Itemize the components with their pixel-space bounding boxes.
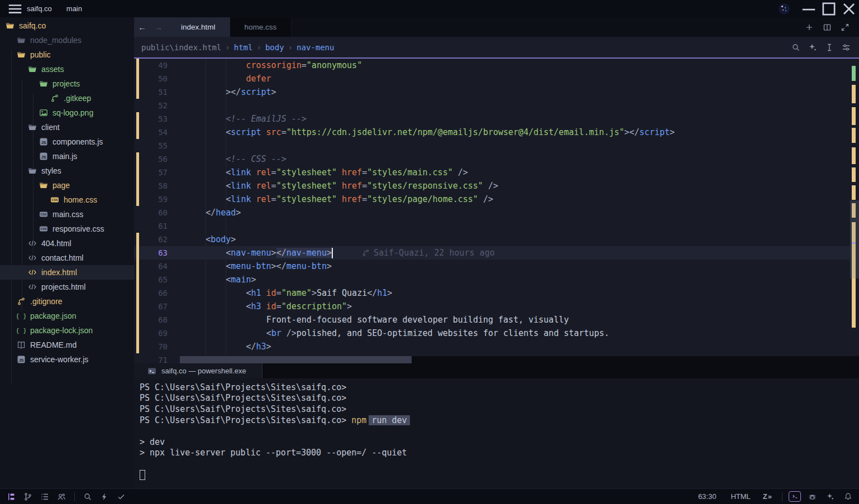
code-line-55[interactable]: 55 bbox=[134, 139, 850, 152]
code-line-50[interactable]: 50defer bbox=[134, 72, 850, 85]
accounts-icon[interactable] bbox=[55, 491, 68, 503]
file-item-saifq.co[interactable]: saifq.co bbox=[0, 18, 134, 33]
code-editor[interactable]: 49crossorigin="anonymous"50defer51></scr… bbox=[134, 57, 859, 363]
file-item-sq-logo.png[interactable]: sq-logo.png bbox=[0, 105, 134, 120]
code-line-57[interactable]: 57<link rel="stylesheet" href="styles/ma… bbox=[134, 166, 850, 179]
zap-icon[interactable] bbox=[98, 491, 111, 503]
file-item-service-worker.js[interactable]: JSservice-worker.js bbox=[0, 352, 134, 367]
find-icon[interactable] bbox=[790, 43, 801, 52]
code-line-53[interactable]: 53<!-- EmailJS --> bbox=[134, 112, 850, 126]
search-icon[interactable] bbox=[81, 491, 94, 503]
file-item-home.css[interactable]: CSShome.css bbox=[0, 193, 134, 207]
css-icon: CSS bbox=[39, 210, 48, 219]
code-line-67[interactable]: 67<h3 id="description"> bbox=[134, 300, 850, 313]
sparkle-icon[interactable] bbox=[806, 43, 818, 52]
file-item-main.css[interactable]: CSSmain.css bbox=[0, 207, 134, 222]
terminal-output[interactable]: PS C:\Users\Saif\Projects\Sites\saifq.co… bbox=[134, 378, 859, 488]
file-item-package-lock.json[interactable]: { }package-lock.json bbox=[0, 323, 134, 338]
file-label: contact.html bbox=[41, 253, 83, 262]
file-item-README.md[interactable]: README.md bbox=[0, 338, 134, 352]
file-item-assets[interactable]: assets bbox=[0, 62, 134, 76]
code-line-66[interactable]: 66<h1 id="name">Saif Quazi</h1> bbox=[134, 286, 850, 300]
code-line-54[interactable]: 54<script src="https://cdn.jsdelivr.net/… bbox=[134, 126, 850, 139]
code-line-69[interactable]: 69<br />polished, and SEO-optimized webs… bbox=[134, 327, 850, 340]
file-item-components.js[interactable]: JScomponents.js bbox=[0, 135, 134, 149]
explorer-tree-icon[interactable] bbox=[4, 491, 18, 503]
code-line-61[interactable]: 61 bbox=[134, 219, 850, 233]
file-item-client[interactable]: client bbox=[0, 120, 134, 135]
menu-hamburger-icon[interactable] bbox=[7, 1, 23, 17]
cursor-ibeam-icon[interactable] bbox=[823, 43, 835, 52]
z-extension-icon[interactable]: Z» bbox=[763, 492, 772, 501]
file-item-page[interactable]: page bbox=[0, 178, 134, 193]
file-item-node_modules[interactable]: node_modules bbox=[0, 33, 134, 47]
file-item-styles[interactable]: styles bbox=[0, 164, 134, 178]
titlebar-project[interactable]: saifq.co bbox=[27, 4, 52, 13]
file-item-package.json[interactable]: { }package.json bbox=[0, 309, 134, 323]
terminal-tab[interactable]: saifq.co — powershell.exe bbox=[134, 363, 263, 378]
close-button[interactable] bbox=[839, 0, 859, 17]
minimize-button[interactable] bbox=[799, 0, 819, 17]
expand-icon[interactable] bbox=[839, 23, 851, 32]
line-number: 65 bbox=[134, 275, 168, 284]
code-line-62[interactable]: 62<body> bbox=[134, 233, 850, 246]
code-line-58[interactable]: 58<link rel="stylesheet" href="styles/re… bbox=[134, 179, 850, 193]
code-line-49[interactable]: 49crossorigin="anonymous" bbox=[134, 59, 850, 72]
horizontal-scrollbar[interactable] bbox=[180, 356, 859, 363]
maximize-button[interactable] bbox=[819, 0, 839, 17]
nav-forward-icon[interactable]: → bbox=[154, 22, 163, 32]
new-tab-icon[interactable] bbox=[803, 23, 815, 32]
tab-home.css[interactable]: home.css bbox=[230, 17, 292, 37]
line-number: 62 bbox=[134, 235, 168, 244]
breadcrumb-html[interactable]: html bbox=[234, 43, 253, 52]
debug-icon[interactable] bbox=[805, 491, 819, 503]
code-line-64[interactable]: 64<menu-btn></menu-btn> bbox=[134, 260, 850, 273]
css-icon: CSS bbox=[50, 195, 59, 204]
file-item-404.html[interactable]: 404.html bbox=[0, 236, 134, 251]
file-item-index.html[interactable]: index.html bbox=[0, 265, 134, 280]
tab-index.html[interactable]: index.html bbox=[166, 17, 230, 37]
titlebar-branch[interactable]: main bbox=[66, 4, 82, 13]
sparkle-icon[interactable] bbox=[823, 491, 837, 503]
code-line-70[interactable]: 70</h3> bbox=[134, 340, 850, 353]
notifications-icon[interactable] bbox=[841, 491, 855, 503]
file-item-contact.html[interactable]: contact.html bbox=[0, 251, 134, 265]
code-line-63[interactable]: 63<nav-menu></nav-menu>Saif-Quazi, 22 ho… bbox=[134, 246, 850, 260]
avatar[interactable] bbox=[779, 3, 790, 15]
editor-settings-icon[interactable] bbox=[840, 43, 852, 52]
breadcrumb-nav-menu[interactable]: nav-menu bbox=[297, 43, 334, 52]
ruler-mark bbox=[852, 167, 856, 182]
code-line-51[interactable]: 51></script> bbox=[134, 85, 850, 99]
file-label: .gitkeep bbox=[64, 94, 91, 103]
file-item-public[interactable]: public bbox=[0, 47, 134, 62]
terminal-icon[interactable] bbox=[789, 491, 801, 502]
code-line-60[interactable]: 60</head> bbox=[134, 206, 850, 219]
code-line-68[interactable]: 68Front-end-focused software developer b… bbox=[134, 313, 850, 327]
line-number: 55 bbox=[134, 141, 168, 150]
file-item-.gitignore[interactable]: .gitignore bbox=[0, 294, 134, 309]
terminal-line: PS C:\Users\Saif\Projects\Sites\saifq.co… bbox=[140, 393, 859, 404]
file-item-main.js[interactable]: JSmain.js bbox=[0, 149, 134, 164]
nav-back-icon[interactable]: ← bbox=[138, 22, 146, 32]
breadcrumb-body[interactable]: body bbox=[265, 43, 284, 52]
outline-icon[interactable] bbox=[38, 491, 51, 503]
split-editor-icon[interactable] bbox=[821, 23, 833, 32]
code-line-52[interactable]: 52 bbox=[134, 99, 850, 112]
file-item-projects[interactable]: projects bbox=[0, 76, 134, 91]
source-control-icon[interactable] bbox=[21, 491, 35, 503]
file-item-responsive.css[interactable]: CSSresponsive.css bbox=[0, 222, 134, 236]
breadcrumb-file[interactable]: public\index.html bbox=[141, 43, 221, 52]
line-number: 51 bbox=[134, 88, 168, 97]
file-item-projects.html[interactable]: projects.html bbox=[0, 280, 134, 294]
code-line-56[interactable]: 56<!-- CSS --> bbox=[134, 152, 850, 166]
html-icon bbox=[28, 253, 37, 262]
language-mode[interactable]: HTML bbox=[731, 492, 750, 501]
code-line-65[interactable]: 65<main> bbox=[134, 273, 850, 286]
folder-icon bbox=[39, 181, 48, 190]
line-number: 57 bbox=[134, 168, 168, 177]
check-icon[interactable] bbox=[114, 491, 128, 503]
cursor-position[interactable]: 63:30 bbox=[698, 492, 717, 501]
file-item-.gitkeep[interactable]: .gitkeep bbox=[0, 91, 134, 105]
code-line-59[interactable]: 59<link rel="stylesheet" href="styles/pa… bbox=[134, 193, 850, 206]
vertical-scrollbar[interactable] bbox=[850, 200, 859, 279]
